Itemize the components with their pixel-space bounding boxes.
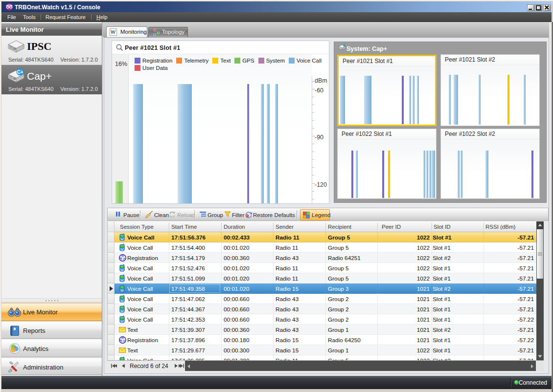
- svg-text:C+: C+: [17, 69, 23, 75]
